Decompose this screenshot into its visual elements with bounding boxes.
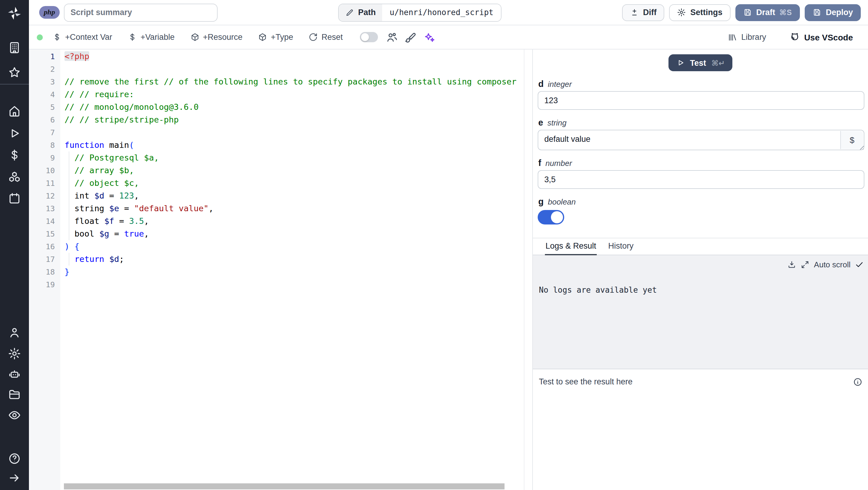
logs-empty-text: No logs are available yet: [539, 285, 864, 294]
multiplayer-toggle[interactable]: [360, 32, 378, 42]
draft-label: Draft: [756, 8, 775, 17]
download-logs-button[interactable]: [787, 260, 797, 269]
users-icon[interactable]: [385, 30, 398, 44]
line-number: 10: [29, 164, 60, 177]
line-text: return $d;: [60, 253, 532, 265]
line-number: 9: [29, 151, 60, 164]
line-number: 12: [29, 190, 60, 202]
check-icon[interactable]: [855, 260, 864, 269]
sidebar-item-star-icon[interactable]: [8, 66, 21, 79]
format-brush-icon[interactable]: [404, 30, 417, 44]
sidebar-item-cubes-icon[interactable]: [8, 170, 21, 183]
test-button[interactable]: Test ⌘↵: [668, 54, 733, 71]
line-number: 1: [29, 50, 60, 63]
code-token: ) {: [64, 241, 79, 251]
code-token: // array $b,: [64, 165, 134, 175]
code-line: 1<?php: [29, 50, 532, 63]
diff-icon: [630, 8, 639, 17]
code-line: 8function main(: [29, 139, 532, 151]
script-summary-input[interactable]: [64, 3, 218, 22]
tab-history[interactable]: History: [608, 241, 634, 255]
insert-variable-button[interactable]: $: [840, 131, 863, 149]
code-token: string: [64, 203, 109, 213]
sidebar-item-gear-icon[interactable]: [8, 347, 21, 360]
sidebar-item-robot-icon[interactable]: [8, 368, 21, 381]
main-column: php Path u/henri/honored_script Diff: [29, 0, 868, 490]
path-button[interactable]: Path u/henri/honored_script: [338, 3, 501, 22]
windmill-logo-icon[interactable]: [7, 5, 22, 21]
code-token: =: [114, 216, 129, 226]
use-vscode-button[interactable]: Use VScode: [786, 31, 857, 43]
line-text: int $d = 123,: [60, 190, 532, 202]
line-number: 2: [29, 63, 60, 76]
line-number: 4: [29, 88, 60, 101]
line-number: 13: [29, 202, 60, 215]
e-value-textarea[interactable]: [538, 131, 864, 150]
settings-button[interactable]: Settings: [670, 4, 731, 21]
field-d: dinteger: [538, 79, 864, 110]
code-token: true: [124, 229, 144, 238]
editor-horizontal-scrollbar[interactable]: [29, 483, 532, 490]
diff-button[interactable]: Diff: [622, 4, 664, 21]
sidebar-item-user-icon[interactable]: [8, 326, 21, 339]
result-tabs: Logs & ResultHistory: [533, 238, 868, 255]
toolbar-context-var-button[interactable]: +Context Var: [53, 33, 112, 41]
sidebar-item-calendar-icon[interactable]: [8, 192, 21, 205]
line-number: 6: [29, 113, 60, 126]
field-name: d: [538, 79, 544, 89]
toolbar-variable-button[interactable]: +Variable: [128, 33, 175, 41]
library-icon: [727, 32, 737, 42]
sidebar-item-eye-icon[interactable]: [8, 408, 21, 422]
sidebar-item-folder-icon[interactable]: [8, 388, 21, 401]
result-placeholder: Test to see the result here: [539, 377, 632, 386]
code-line: 15 bool $g = true,: [29, 228, 532, 240]
d-value-input[interactable]: [538, 91, 864, 110]
code-line: 9 // Postgresql $a,: [29, 151, 532, 164]
draft-button[interactable]: Draft ⌘S: [735, 4, 800, 21]
library-button[interactable]: Library: [724, 32, 770, 42]
code-token: $g: [99, 229, 109, 238]
code-token: <?php: [64, 51, 89, 61]
line-text: [60, 278, 532, 291]
toolbar-reset-button[interactable]: Reset: [309, 33, 343, 41]
info-icon[interactable]: [853, 377, 863, 387]
library-label: Library: [741, 33, 767, 41]
expand-logs-button[interactable]: [801, 260, 810, 269]
sidebar-item-dollar-icon[interactable]: [8, 148, 21, 162]
sidebar-item-arrow-right-icon[interactable]: [8, 471, 21, 485]
deploy-button[interactable]: Deploy: [805, 4, 861, 21]
field-name: e: [538, 118, 543, 127]
topbar: php Path u/henri/honored_script Diff: [29, 0, 868, 25]
format-brush-icon: [404, 31, 416, 43]
sidebar-item-building-icon[interactable]: [8, 41, 21, 54]
code-token: [104, 254, 110, 264]
toolbar-type-button[interactable]: +Type: [258, 33, 293, 41]
g-boolean-toggle[interactable]: [538, 210, 564, 225]
path-label: Path: [358, 8, 376, 17]
code-editor[interactable]: 1<?php23// remove the first // of the fo…: [29, 50, 533, 490]
code-token: 3.5: [129, 216, 144, 226]
toolbar-resource-button[interactable]: +Resource: [190, 33, 242, 41]
code-line: 6// // stripe/stripe-php: [29, 113, 532, 126]
line-text: // remove the first // of the following …: [60, 76, 532, 88]
scrollbar-slider[interactable]: [64, 483, 504, 489]
reset-icon: [309, 33, 318, 41]
sidebar-item-play-icon[interactable]: [8, 127, 21, 140]
line-number: 18: [29, 265, 60, 278]
connection-status-dot: [37, 34, 43, 40]
code-token: int: [64, 191, 94, 200]
code-line: 2: [29, 63, 532, 76]
auto-scroll-label[interactable]: Auto scroll: [814, 260, 850, 269]
sidebar-item-home-icon[interactable]: [8, 105, 21, 118]
field-name: g: [538, 197, 544, 206]
tab-logs-result[interactable]: Logs & Result: [545, 241, 597, 255]
deploy-label: Deploy: [826, 8, 853, 17]
ai-sparkles-icon[interactable]: [422, 30, 435, 44]
line-number: 19: [29, 278, 60, 291]
test-row: Test ⌘↵: [533, 54, 868, 71]
code-token: (: [129, 140, 134, 150]
code-token: $d: [109, 254, 119, 264]
sidebar-item-help-icon[interactable]: [8, 452, 21, 465]
f-value-input[interactable]: [538, 170, 864, 189]
result-area: Test to see the result here: [533, 369, 868, 490]
